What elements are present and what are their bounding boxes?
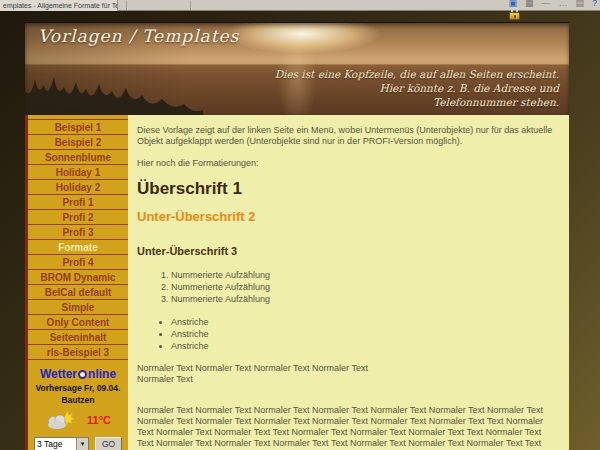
normal-text-long: Normaler Text Normaler Text Normaler Tex… bbox=[137, 405, 560, 450]
sidebar-item-only-content[interactable]: Only Content bbox=[28, 315, 128, 330]
weather-forecast-date: Vorhersage Fr, 09.04. bbox=[28, 383, 128, 393]
header-note: Dies ist eine Kopfzeile, die auf allen S… bbox=[275, 67, 559, 109]
heading-1: Überschrift 1 bbox=[137, 183, 560, 194]
chevron-down-icon[interactable]: ▼ bbox=[76, 438, 88, 450]
intro-paragraph: Diese Vorlage zeigt auf der linken Seite… bbox=[137, 125, 560, 147]
browser-toolbar-icons: ▣ ▦ — … ▤ ? bbox=[508, 0, 597, 9]
header-image: Vorlagen / Templates Dies ist eine Kopfz… bbox=[25, 22, 569, 115]
logo-text-wetter: Wetter bbox=[40, 367, 77, 381]
normal-text-line: Normaler Text Normaler Text Normaler Tex… bbox=[137, 363, 368, 373]
main-content: Diese Vorlage zeigt auf der linken Seite… bbox=[128, 115, 569, 450]
more-icon[interactable]: … bbox=[558, 0, 567, 9]
forecast-range-select[interactable]: 3 Tage ▼ bbox=[34, 437, 89, 450]
bullet-list: Anstriche Anstriche Anstriche bbox=[137, 317, 560, 352]
sidebar-item-holiday-2[interactable]: Holiday 2 bbox=[28, 180, 128, 195]
go-button[interactable]: GO bbox=[95, 437, 122, 450]
sidebar-item-formate[interactable]: Formate bbox=[28, 240, 128, 255]
weather-widget: Wetternline Vorhersage Fr, 09.04. Bautze… bbox=[28, 360, 128, 450]
sidebar-item-seiteninhalt[interactable]: Seiteninhalt bbox=[28, 330, 128, 345]
sidebar-item-beispiel-1[interactable]: Beispiel 1 bbox=[28, 120, 128, 135]
sun-o-icon bbox=[78, 370, 87, 379]
toolbar-separator bbox=[190, 1, 191, 10]
sidebar-item-profi-1[interactable]: Profi 1 bbox=[28, 195, 128, 210]
sidebar-item-simple[interactable]: Simple bbox=[28, 300, 128, 315]
lock-icon bbox=[508, 7, 521, 20]
sidebar-item-sonnenblume[interactable]: Sonnenblume bbox=[28, 150, 128, 165]
sidebar-item-profi-2[interactable]: Profi 2 bbox=[28, 210, 128, 225]
sidebar-item-beispiel-2[interactable]: Beispiel 2 bbox=[28, 135, 128, 150]
logo-text-online: nline bbox=[88, 367, 116, 381]
sidebar-item-profi-3[interactable]: Profi 3 bbox=[28, 225, 128, 240]
page-icon[interactable]: ▤ bbox=[575, 0, 584, 9]
header-note-line: Hier könnte z. B. die Adresse und bbox=[380, 82, 559, 94]
weather-city: Bautzen bbox=[28, 395, 128, 405]
lock-body bbox=[509, 12, 520, 20]
numbered-list-item: Nummerierte Aufzählung bbox=[171, 294, 560, 305]
sidebar-item-rls-beispiel-3[interactable]: rls-Beispiel 3 bbox=[28, 345, 128, 360]
header-note-line: Telefonnummer stehen. bbox=[433, 96, 559, 108]
header-note-line: Dies ist eine Kopfzeile, die auf allen S… bbox=[275, 68, 559, 80]
numbered-list: Nummerierte Aufzählung Nummerierte Aufzä… bbox=[137, 270, 560, 305]
sidebar-item-profi-4[interactable]: Profi 4 bbox=[28, 255, 128, 270]
sidebar-item-holiday-1[interactable]: Holiday 1 bbox=[28, 165, 128, 180]
browser-tab[interactable]: emplates - Allgemeine Formate für Texte … bbox=[0, 0, 118, 11]
site-title: Vorlagen / Templates bbox=[38, 26, 239, 46]
grass-silhouette bbox=[25, 73, 203, 115]
sidebar-menu: Beispiel 1 Beispiel 2 Sonnenblume Holida… bbox=[28, 119, 128, 360]
cloud-sun-icon bbox=[45, 410, 77, 430]
windows-icon[interactable]: ▦ bbox=[525, 0, 534, 9]
help-icon[interactable]: ? bbox=[592, 0, 597, 9]
sidebar-item-brom-dynamic[interactable]: BROM Dynamic bbox=[28, 270, 128, 285]
formats-lead-in: Hier noch die Formatierungen: bbox=[137, 158, 560, 169]
temperature-value: 11°C bbox=[87, 414, 111, 426]
sidebar: Beispiel 1 Beispiel 2 Sonnenblume Holida… bbox=[25, 115, 128, 450]
numbered-list-item: Nummerierte Aufzählung bbox=[171, 270, 560, 281]
bullet-list-item: Anstriche bbox=[171, 317, 560, 328]
sidebar-item-belcal-default[interactable]: BelCal default bbox=[28, 285, 128, 300]
select-value: 3 Tage bbox=[35, 438, 76, 450]
wetteronline-logo[interactable]: Wetternline bbox=[28, 367, 128, 381]
numbered-list-item: Nummerierte Aufzählung bbox=[171, 282, 560, 293]
heading-3: Unter-Überschrift 3 bbox=[137, 246, 560, 257]
heading-2: Unter-Überschrift 2 bbox=[137, 211, 560, 222]
bullet-list-item: Anstriche bbox=[171, 329, 560, 340]
normal-text-short: Normaler Text Normaler Text Normaler Tex… bbox=[137, 363, 560, 385]
normal-text-line: Normaler Text bbox=[137, 374, 193, 384]
toolbar-separator bbox=[126, 1, 127, 10]
minimize-icon[interactable]: — bbox=[541, 0, 550, 9]
bullet-list-item: Anstriche bbox=[171, 341, 560, 352]
